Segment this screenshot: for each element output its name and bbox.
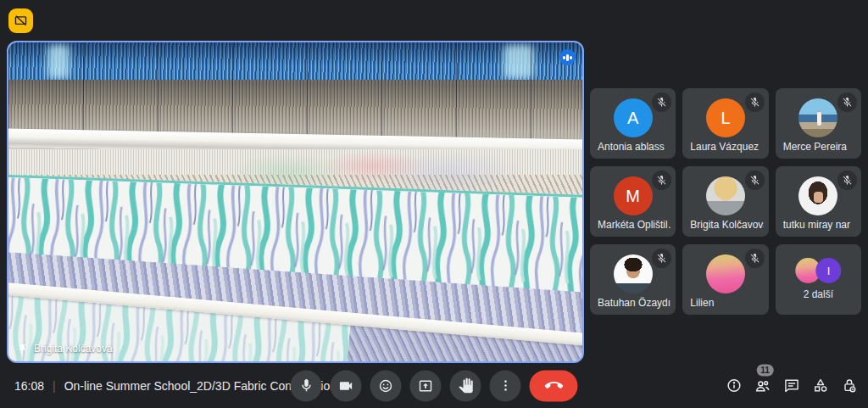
more-options-button[interactable] [490,370,521,401]
reactions-button[interactable] [370,370,402,401]
avatar: L [706,98,745,137]
participant-name: tutku miray nar [783,219,856,231]
participant-name: Batuhan Özaydın [598,297,670,309]
chat-icon [783,377,800,394]
host-controls-button[interactable] [838,375,860,396]
people-panel-button[interactable]: 11 [752,375,773,396]
participant-name: Lilien [690,297,763,309]
participants-grid: A Antonia ablass L Laura Vázquez Merce P… [590,88,861,315]
mic-off-icon [652,249,671,268]
chat-panel-button[interactable] [781,375,802,396]
emoji-icon [378,377,394,394]
hand-icon [458,378,473,394]
speaker-name: Brigita Kolčavová [34,343,113,355]
panel-buttons: 11 [723,375,860,396]
mic-icon [298,378,314,394]
mic-off-icon [745,92,765,112]
meet-window: Brigita Kolčavová A Antonia ablass L Lau… [0,0,868,408]
participant-name: Laura Vázquez [690,141,763,153]
people-icon [754,377,771,394]
overflow-participants-tile[interactable]: I 2 další [776,244,861,315]
avatar: I [816,258,842,283]
activities-icon [812,377,829,394]
separator: | [53,379,56,393]
participant-tile[interactable]: Merce Pereira [776,88,861,159]
participant-name: Merce Pereira [783,141,856,153]
participant-tile[interactable]: Lilien [682,244,768,315]
lock-icon [841,377,858,394]
push-pin-icon [17,344,28,355]
avatar: A [614,98,653,137]
overflow-count-label: 2 další [776,288,861,300]
activities-panel-button[interactable] [810,375,831,396]
avatar: M [614,176,653,215]
call-end-icon [544,377,563,395]
present-screen-button[interactable] [410,370,442,401]
microphone-button[interactable] [291,370,322,401]
mic-off-icon [745,170,765,190]
more-vert-icon [498,378,513,394]
avatar-photo [706,176,745,215]
camera-button[interactable] [331,370,362,401]
participant-name: Brigita Kolčavová [690,219,763,231]
pinned-speaker-label: Brigita Kolčavová [17,343,113,355]
presentation-off-button[interactable] [8,8,33,33]
main-video-tile[interactable]: Brigita Kolčavová [7,41,584,363]
mic-off-icon [837,92,857,112]
info-icon [726,377,743,394]
participant-tile[interactable]: Batuhan Özaydın [590,244,676,315]
audio-level-indicator [559,49,576,65]
participant-tile[interactable]: A Antonia ablass [590,88,676,159]
presentation-off-icon [14,14,28,28]
videocam-icon [338,377,354,394]
end-call-button[interactable] [530,370,578,401]
call-controls [291,370,578,401]
clock-time: 16:08 [14,379,44,393]
mic-off-icon [652,170,671,190]
avatar-photo [798,98,837,137]
mic-off-icon [837,170,857,190]
avatar-photo [706,254,745,293]
participant-tile[interactable]: Brigita Kolčavová [682,166,768,237]
participant-count-badge: 11 [756,364,774,376]
raise-hand-button[interactable] [450,370,481,401]
present-icon [418,377,434,394]
participant-tile[interactable]: M Markéta Oplištil… [590,166,676,237]
participant-tile[interactable]: tutku miray nar [776,166,861,237]
bottom-bar: 16:08 | On-line Summer School_2D/3D Fabr… [0,363,868,408]
participant-name: Antonia ablass [598,141,670,153]
participant-tile[interactable]: L Laura Vázquez [682,88,768,159]
participant-name: Markéta Oplištil… [598,219,670,231]
mic-off-icon [745,249,765,268]
avatar-photo [614,254,653,293]
meeting-details-button[interactable] [723,375,744,396]
mic-off-icon [652,92,671,112]
avatar-photo [798,176,837,215]
